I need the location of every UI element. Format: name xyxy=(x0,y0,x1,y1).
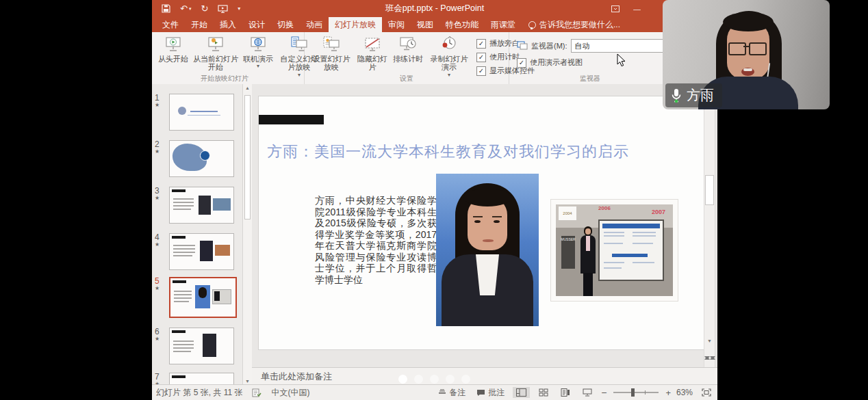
tell-me-label: 告诉我您想要做什么... xyxy=(539,17,620,32)
thumbnail-slide-4[interactable]: 4★ xyxy=(155,233,234,270)
powerpoint-window: ↶▾ ↻ ▾ 班会ppt.pptx - PowerPoint — 文件 开始 插… xyxy=(152,0,717,400)
language-indicator[interactable]: 中文(中国) xyxy=(271,387,309,399)
participant-name: 方雨 xyxy=(687,86,714,105)
comments-toggle-label: 批注 xyxy=(488,387,505,399)
tab-rain-classroom[interactable]: 雨课堂 xyxy=(485,17,522,32)
poster-year-2006: 2006 xyxy=(594,205,615,216)
comments-toggle-button[interactable]: 批注 xyxy=(474,386,507,399)
thumbnail-slide-2[interactable]: 2★ xyxy=(155,140,234,177)
tab-file[interactable]: 文件 xyxy=(156,17,185,32)
from-beginning-label: 从头开始 xyxy=(158,55,188,63)
slide-canvas[interactable]: 方雨：美国一流大学本科生教育及对我们学习的启示 方雨，中央财经大学保险学院201… xyxy=(259,96,704,349)
slide-number: 2 xyxy=(155,139,159,149)
slide-scrollbar[interactable]: ▲ ▼ xyxy=(704,85,715,378)
slide-title[interactable]: 方雨：美国一流大学本科生教育及对我们学习的启示 xyxy=(267,142,698,162)
ribbon-display-options-icon[interactable] xyxy=(611,5,620,12)
comment-icon xyxy=(476,389,485,397)
from-beginning-button[interactable]: 从头开始 xyxy=(155,35,191,64)
presenter-view-checkbox[interactable]: 使用演示者视图 xyxy=(517,57,679,68)
checkbox-checked-icon xyxy=(517,58,526,68)
slide-thumbnail-panel: 1★ 2★ 3★ xyxy=(152,84,253,385)
notes-toggle-button[interactable]: 备注 xyxy=(435,386,468,399)
custom-slideshow-dropdown-arrow: ▾ xyxy=(298,72,301,79)
save-icon[interactable] xyxy=(162,4,170,13)
hide-slide-button[interactable]: 隐藏幻灯片 xyxy=(355,35,390,73)
notes-icon xyxy=(438,389,446,397)
tab-view[interactable]: 视图 xyxy=(411,17,439,32)
record-slideshow-icon xyxy=(440,36,458,55)
spell-check-icon[interactable] xyxy=(252,388,261,397)
scroll-down-arrow-icon[interactable]: ▼ xyxy=(243,379,252,384)
present-online-button[interactable]: 联机演示 ▾ xyxy=(240,35,276,71)
notes-pane[interactable]: 单击此处添加备注 xyxy=(252,367,717,386)
slide-position-indicator: 幻灯片 第 5 张, 共 11 张 xyxy=(156,387,242,399)
thumbnail-slide-6[interactable]: 6★ xyxy=(155,328,234,364)
thumbnail-scrollbar-thumb[interactable] xyxy=(244,95,251,219)
redo-icon[interactable]: ↻ xyxy=(201,3,208,14)
thumbnail-slide-5-selected[interactable]: 5★ xyxy=(155,277,237,318)
tell-me-box[interactable]: 告诉我您想要做什么... xyxy=(522,17,627,32)
zoom-slider-thumb[interactable] xyxy=(631,388,635,397)
portrait-photo[interactable] xyxy=(436,174,539,326)
setup-slideshow-button[interactable]: 设置幻灯片放映 xyxy=(308,35,355,73)
rehearse-timings-button[interactable]: 排练计时 xyxy=(390,35,426,64)
thumbnail-scrollbar[interactable]: ▲ ▼ xyxy=(242,84,252,385)
scroll-down-arrow-icon[interactable]: ▼ xyxy=(704,338,715,343)
slide-number: 7 xyxy=(155,372,159,382)
undo-icon[interactable]: ↶▾ xyxy=(180,3,191,14)
from-beginning-icon xyxy=(164,36,182,55)
slide-number: 5 xyxy=(155,276,159,286)
normal-view-button[interactable] xyxy=(513,387,530,398)
research-poster xyxy=(598,219,664,281)
poster-musser-label: MUSSER xyxy=(561,236,575,269)
zoom-percentage[interactable]: 63% xyxy=(676,388,693,397)
person-silhouette xyxy=(579,226,597,296)
zoom-in-button[interactable]: + xyxy=(665,388,671,398)
poster-photo[interactable]: 2004 2006 2007 MUSSER xyxy=(551,200,678,301)
minimize-button[interactable]: — xyxy=(633,5,641,13)
start-slideshow-icon[interactable] xyxy=(218,5,228,13)
slide-number: 4 xyxy=(155,232,159,242)
monitor-dropdown-value: 自动 xyxy=(575,41,590,51)
tab-insert[interactable]: 插入 xyxy=(214,17,242,32)
checkbox-checked-icon xyxy=(476,53,486,62)
poster-year-2004: 2004 xyxy=(559,206,576,220)
thumbnail-slide-1[interactable]: 1★ xyxy=(155,94,234,131)
slide-decoration-bar xyxy=(259,115,324,124)
customize-qat-icon[interactable]: ▾ xyxy=(238,5,240,12)
zoom-slider[interactable] xyxy=(613,392,659,393)
animation-star-icon: ★ xyxy=(155,149,167,155)
checkbox-checked-icon xyxy=(476,39,486,49)
from-current-slide-button[interactable]: 从当前幻灯片开始 xyxy=(191,35,240,73)
fit-to-window-button[interactable] xyxy=(698,387,715,398)
thumbnail-slide-3[interactable]: 3★ xyxy=(155,187,234,224)
tab-home[interactable]: 开始 xyxy=(185,17,214,32)
from-current-slide-label: 从当前幻灯片开始 xyxy=(193,55,238,72)
animation-star-icon: ★ xyxy=(155,103,167,109)
ribbon: 从头开始 从当前幻灯片开始 联机演示 ▾ xyxy=(152,32,717,85)
webcam-video-overlay[interactable]: 方雨 xyxy=(663,0,830,109)
slide-body-text[interactable]: 方雨，中央财经大学保险学院2011级保险学专业本科生及2015级保险专硕，多次获… xyxy=(315,195,437,285)
slide-scrollbar-thumb[interactable] xyxy=(705,175,714,205)
tab-slideshow[interactable]: 幻灯片放映 xyxy=(329,17,382,32)
tab-design[interactable]: 设计 xyxy=(242,17,271,32)
monitor-icon xyxy=(517,41,528,51)
previous-slide-button[interactable] xyxy=(704,345,715,357)
slideshow-view-button[interactable] xyxy=(579,387,596,398)
tab-transitions[interactable]: 切换 xyxy=(271,17,300,32)
zoom-out-button[interactable]: − xyxy=(601,387,607,398)
rehearse-timings-icon xyxy=(399,36,417,55)
scroll-up-arrow-icon[interactable]: ▲ xyxy=(243,85,252,90)
record-slideshow-button[interactable]: 录制幻灯片演示 ▾ xyxy=(426,35,472,80)
tab-animations[interactable]: 动画 xyxy=(300,17,329,32)
group-monitors-label: 监视器 xyxy=(509,74,671,83)
rehearse-timings-label: 排练计时 xyxy=(393,55,423,63)
thumbnail-slide-7[interactable]: 7★ xyxy=(155,373,234,385)
tab-review[interactable]: 审阅 xyxy=(382,17,411,32)
setup-slideshow-label: 设置幻灯片放映 xyxy=(310,55,353,72)
reading-view-button[interactable] xyxy=(557,387,574,398)
presenter-view-label: 使用演示者视图 xyxy=(530,57,583,68)
tab-special-features[interactable]: 特色功能 xyxy=(439,17,485,32)
notes-placeholder: 单击此处添加备注 xyxy=(261,371,332,383)
slide-sorter-view-button[interactable] xyxy=(535,387,552,398)
